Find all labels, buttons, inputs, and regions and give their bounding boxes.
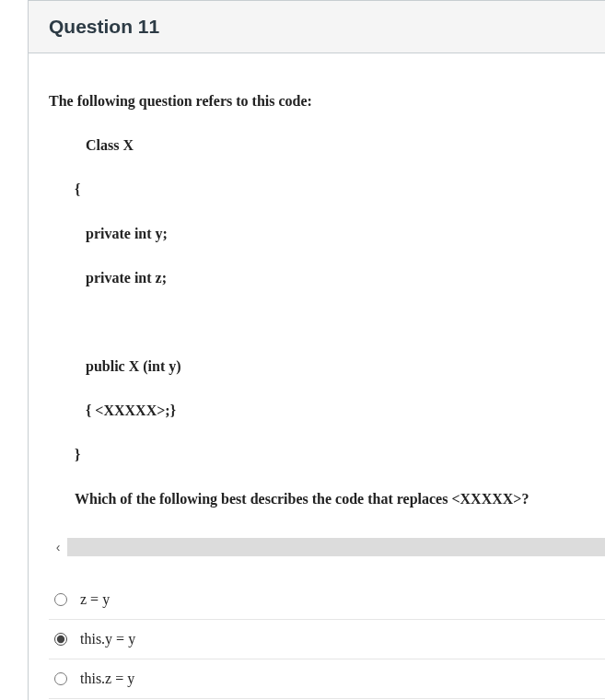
question-title: Question 11 bbox=[49, 16, 585, 38]
code-line: public X (int y) bbox=[49, 356, 605, 378]
code-line: { bbox=[49, 179, 605, 201]
answer-text: z = y bbox=[80, 591, 110, 608]
answer-option[interactable]: z = y bbox=[49, 580, 605, 620]
stem-intro: The following question refers to this co… bbox=[49, 90, 605, 112]
stem-prompt: Which of the following best describes th… bbox=[49, 488, 605, 510]
answer-option[interactable]: this.y = y bbox=[49, 620, 605, 659]
code-line: private int y; bbox=[49, 223, 605, 245]
answer-option[interactable]: this.z = y bbox=[49, 659, 605, 699]
horizontal-scrollbar[interactable]: ‹ bbox=[49, 538, 605, 556]
answer-radio[interactable] bbox=[54, 672, 67, 685]
answer-text: this.y = y bbox=[80, 631, 135, 648]
code-line: } bbox=[49, 444, 605, 466]
answer-radio[interactable] bbox=[54, 593, 67, 606]
code-line bbox=[49, 311, 605, 333]
scrollbar-track[interactable] bbox=[67, 538, 605, 556]
answer-radio[interactable] bbox=[54, 633, 67, 646]
code-line: { <XXXXX>;} bbox=[49, 400, 605, 422]
scroll-left-button[interactable]: ‹ bbox=[49, 538, 67, 556]
code-line: Class X bbox=[49, 134, 605, 157]
question-stem: The following question refers to this co… bbox=[49, 90, 605, 510]
answer-text: this.z = y bbox=[80, 671, 134, 687]
question-card: Question 11 The following question refer… bbox=[28, 0, 605, 700]
question-header: Question 11 bbox=[29, 1, 605, 53]
question-body: The following question refers to this co… bbox=[29, 53, 605, 700]
code-line: private int z; bbox=[49, 267, 605, 289]
answer-list: z = ythis.y = ythis.z = y bbox=[49, 580, 605, 700]
